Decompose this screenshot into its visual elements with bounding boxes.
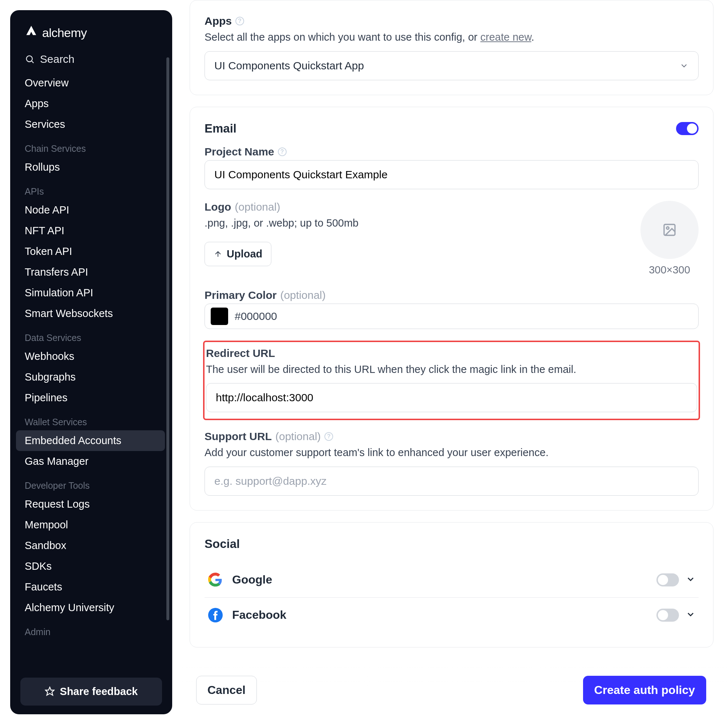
alchemy-logo-icon <box>25 25 38 41</box>
sidebar-item-token-api[interactable]: Token API <box>16 241 165 262</box>
chevron-down-icon <box>679 61 689 70</box>
svg-point-4 <box>667 227 669 229</box>
sidebar-item-overview[interactable]: Overview <box>16 73 165 93</box>
color-hex-input[interactable] <box>235 310 693 322</box>
google-icon <box>207 572 223 588</box>
facebook-icon <box>207 607 223 623</box>
apps-select[interactable]: UI Components Quickstart App <box>205 51 699 80</box>
help-icon[interactable]: ? <box>236 17 244 25</box>
project-name-input[interactable] <box>205 160 699 189</box>
color-swatch[interactable] <box>211 308 228 325</box>
main-content: Apps ? Select all the apps on which you … <box>182 0 728 719</box>
sidebar-item-alchemy-university[interactable]: Alchemy University <box>16 597 165 618</box>
redirect-label: Redirect URL <box>205 347 699 359</box>
sidebar-item-nft-api[interactable]: NFT API <box>16 220 165 241</box>
sidebar-item-pipelines[interactable]: Pipelines <box>16 388 165 408</box>
email-toggle[interactable] <box>676 122 699 135</box>
primary-color-input[interactable] <box>205 304 699 329</box>
sidebar-group-header: Data Services <box>16 324 165 346</box>
social-card: Social GoogleFacebook <box>190 522 713 647</box>
chevron-down-icon <box>685 609 696 620</box>
sidebar-item-rollups[interactable]: Rollups <box>16 157 165 177</box>
sidebar-group-header: Chain Services <box>16 135 165 157</box>
logo-label: Logo (optional) <box>205 201 359 213</box>
social-toggle-google[interactable] <box>656 573 679 586</box>
project-name-label: Project Name ? <box>205 146 699 158</box>
expand-facebook[interactable] <box>685 609 696 621</box>
redirect-url-input[interactable] <box>206 383 697 412</box>
sidebar-item-mempool[interactable]: Mempool <box>16 514 165 535</box>
cancel-button[interactable]: Cancel <box>196 676 257 704</box>
support-url-desc: Add your customer support team's link to… <box>205 445 699 461</box>
create-new-link[interactable]: create new <box>480 31 531 43</box>
sidebar-item-smart-websockets[interactable]: Smart Websockets <box>16 303 165 324</box>
sidebar-item-gas-manager[interactable]: Gas Manager <box>16 451 165 472</box>
logo-preview[interactable] <box>641 201 699 259</box>
primary-color-label: Primary Color (optional) <box>205 289 699 301</box>
sidebar-item-node-api[interactable]: Node API <box>16 200 165 220</box>
sidebar-item-simulation-api[interactable]: Simulation API <box>16 282 165 303</box>
share-feedback-button[interactable]: Share feedback <box>20 678 162 705</box>
svg-point-0 <box>26 56 32 62</box>
brand-logo[interactable]: alchemy <box>16 22 167 49</box>
logo-dimensions: 300×300 <box>641 264 699 276</box>
upload-icon <box>214 250 222 258</box>
social-section-title: Social <box>205 537 699 551</box>
sidebar-item-faucets[interactable]: Faucets <box>16 577 165 597</box>
sidebar-item-sandbox[interactable]: Sandbox <box>16 535 165 556</box>
redirect-url-section: Redirect URL The user will be directed t… <box>203 340 700 420</box>
social-provider-name: Google <box>232 573 272 586</box>
social-provider-name: Facebook <box>232 608 286 622</box>
sidebar-item-transfers-api[interactable]: Transfers API <box>16 262 165 282</box>
apps-card: Apps ? Select all the apps on which you … <box>190 0 713 95</box>
svg-line-1 <box>32 61 34 63</box>
upload-label: Upload <box>227 248 262 260</box>
feedback-label: Share feedback <box>60 685 138 698</box>
sidebar-item-services[interactable]: Services <box>16 114 165 135</box>
social-provider-google: Google <box>205 562 699 598</box>
apps-label: Apps ? <box>205 15 699 27</box>
email-section-title: Email <box>205 122 237 136</box>
chevron-down-icon <box>685 574 696 584</box>
upload-button[interactable]: Upload <box>205 242 271 266</box>
expand-google[interactable] <box>685 574 696 586</box>
sidebar-group-header: Developer Tools <box>16 472 165 494</box>
apps-description: Select all the apps on which you want to… <box>205 29 699 46</box>
support-url-label: Support URL (optional) ? <box>205 430 699 443</box>
sidebar-item-subgraphs[interactable]: Subgraphs <box>16 367 165 388</box>
sidebar-group-header: Wallet Services <box>16 408 165 430</box>
sidebar-scrollbar[interactable] <box>167 57 169 620</box>
social-provider-facebook: Facebook <box>205 598 699 633</box>
sidebar: alchemy Search OverviewAppsServices Chai… <box>10 10 172 714</box>
create-auth-policy-button[interactable]: Create auth policy <box>583 676 706 704</box>
apps-selected-value: UI Components Quickstart App <box>214 60 364 72</box>
logo-hint: .png, .jpg, or .webp; up to 500mb <box>205 215 359 231</box>
sidebar-item-request-logs[interactable]: Request Logs <box>16 494 165 514</box>
footer-bar: Cancel Create auth policy <box>182 665 728 719</box>
social-toggle-facebook[interactable] <box>656 609 679 622</box>
support-url-input[interactable] <box>205 467 699 496</box>
help-icon[interactable]: ? <box>278 147 287 156</box>
email-card: Email Project Name ? Logo (optional) .pn… <box>190 107 713 511</box>
star-icon <box>45 686 55 696</box>
sidebar-item-webhooks[interactable]: Webhooks <box>16 346 165 367</box>
search-icon <box>25 54 35 64</box>
sidebar-nav: OverviewAppsServices Chain ServicesRollu… <box>16 73 167 669</box>
search-label: Search <box>40 53 75 66</box>
redirect-desc: The user will be directed to this URL wh… <box>205 362 699 378</box>
svg-marker-2 <box>46 687 54 695</box>
brand-name: alchemy <box>42 26 87 40</box>
sidebar-item-embedded-accounts[interactable]: Embedded Accounts <box>16 430 165 451</box>
search-button[interactable]: Search <box>16 49 167 73</box>
help-icon[interactable]: ? <box>324 432 333 441</box>
sidebar-group-header: Admin <box>16 618 165 640</box>
sidebar-item-apps[interactable]: Apps <box>16 93 165 114</box>
sidebar-item-sdks[interactable]: SDKs <box>16 556 165 577</box>
sidebar-group-header: APIs <box>16 177 165 200</box>
image-icon <box>662 223 677 237</box>
